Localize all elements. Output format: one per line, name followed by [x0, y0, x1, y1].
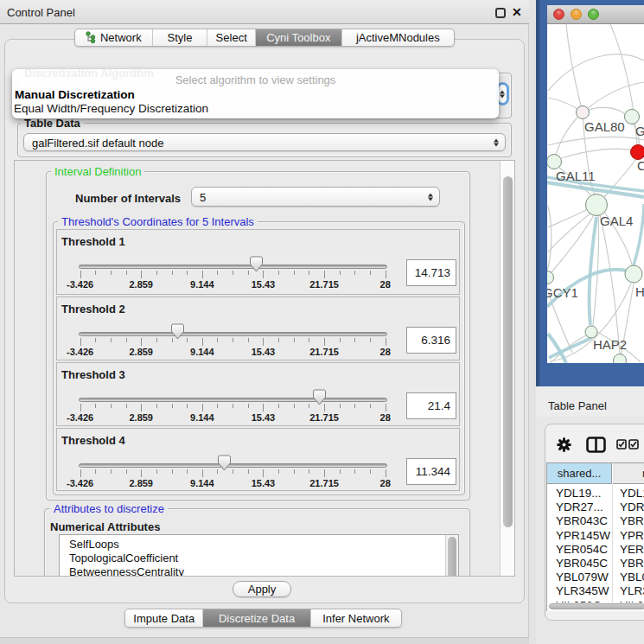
close-traffic-light[interactable] — [553, 9, 564, 20]
network-node[interactable] — [585, 326, 597, 338]
number-of-intervals-combo[interactable]: 5 — [191, 187, 440, 207]
threshold-label: Threshold 1 — [61, 235, 125, 248]
attributes-list-scrollbar[interactable] — [445, 535, 458, 577]
slider-minor-tick — [126, 271, 127, 275]
slider-minor-tick — [340, 271, 341, 275]
gear-icon[interactable] — [557, 437, 571, 452]
table-column-divider — [612, 484, 613, 611]
slider-major-tick — [141, 338, 142, 346]
checkbox-checked-icon[interactable] — [616, 439, 627, 450]
table-cell-name[interactable]: YBR0 — [620, 514, 644, 527]
slider-major-tick — [386, 404, 386, 411]
tab-network[interactable]: Network — [75, 29, 153, 46]
table-cell-name[interactable]: YER0 — [620, 543, 644, 556]
popup-item-equal-width-frequency[interactable]: Equal Width/Frequency Discretization — [14, 102, 208, 115]
combo-arrows-icon — [428, 193, 433, 201]
slider-minor-tick — [340, 338, 341, 342]
slider-tick-label: 15.43 — [252, 478, 276, 488]
numerical-attributes-list[interactable]: SelfLoopsTopologicalCoefficientBetweenne… — [59, 534, 459, 577]
table-horizontal-scrollbar[interactable] — [547, 603, 644, 611]
network-icon — [86, 31, 96, 44]
network-node[interactable] — [625, 265, 642, 283]
popup-item-manual-discretization[interactable]: Manual Discretization — [15, 88, 135, 101]
threshold-value-field[interactable]: 6.316 — [406, 327, 456, 354]
attribute-list-item[interactable]: SelfLoops — [69, 538, 119, 551]
bottom-tab-discretize-data[interactable]: Discretize Data — [203, 609, 310, 627]
slider-thumb[interactable] — [249, 256, 264, 273]
split-view-icon[interactable] — [586, 437, 606, 453]
table-cell-shared-name[interactable]: YDR27... — [556, 501, 603, 513]
tab-cyni-toolbox[interactable]: Cyni Toolbox — [256, 29, 342, 46]
thresholds-group-title: Threshold's Coordinates for 5 Intervals — [58, 215, 258, 228]
bottom-tab-bar: Impute DataDiscretize DataInfer Network — [124, 609, 402, 628]
attribute-list-item[interactable]: TopologicalCoefficient — [69, 552, 178, 564]
slider-minor-tick — [217, 338, 218, 342]
table-cell-shared-name[interactable]: YBR045C — [556, 557, 608, 570]
network-node[interactable] — [547, 271, 554, 284]
slider-track[interactable] — [79, 265, 387, 269]
slider-minor-tick — [111, 271, 112, 275]
tab-select[interactable]: Select — [207, 29, 256, 46]
network-edge — [561, 149, 632, 158]
network-node[interactable] — [631, 145, 644, 160]
network-node[interactable] — [614, 354, 627, 364]
network-node[interactable] — [577, 106, 590, 119]
table-cell-shared-name[interactable]: YLR345W — [556, 584, 609, 597]
network-node[interactable] — [547, 155, 562, 169]
slider-minor-tick — [340, 404, 341, 408]
table-cell-name[interactable]: YDL1 — [620, 487, 644, 500]
slider-minor-tick — [294, 469, 295, 474]
table-cell-shared-name[interactable]: YPR145W — [556, 529, 610, 542]
slider-major-tick — [263, 404, 264, 411]
slider-track[interactable] — [79, 332, 387, 336]
control-panel-tab-bar: NetworkStyleSelectCyni ToolboxjActiveMNo… — [74, 29, 455, 47]
network-node-label: GCY1 — [547, 285, 578, 300]
bottom-tab-impute-data[interactable]: Impute Data — [125, 609, 203, 627]
slider-track[interactable] — [79, 463, 387, 468]
table-cell-name[interactable]: YPR1 — [620, 529, 644, 542]
slider-thumb[interactable] — [312, 389, 327, 406]
column-header-shared-name[interactable]: shared... — [547, 463, 612, 484]
apply-button[interactable]: Apply — [233, 581, 291, 597]
slider-tick-label: 28 — [380, 347, 391, 357]
network-node[interactable] — [625, 110, 640, 124]
slider-track[interactable] — [79, 398, 387, 402]
slider-tick-label: 2.859 — [129, 347, 153, 357]
network-view-canvas[interactable]: GAL80GACGAL11GAL4GCY1HHAP2 — [547, 24, 644, 363]
bottom-tab-infer-network[interactable]: Infer Network — [311, 609, 401, 627]
minimize-traffic-light[interactable] — [571, 9, 582, 20]
table-data-combo[interactable]: galFiltered.sif default node — [23, 133, 506, 151]
network-node[interactable] — [586, 194, 608, 216]
network-edge — [556, 112, 583, 155]
tab-jactivemnodules[interactable]: jActiveMNodules — [342, 29, 454, 46]
slider-thumb[interactable] — [170, 323, 185, 341]
slider-minor-tick — [111, 469, 112, 474]
checkbox-checked-icon[interactable] — [628, 439, 639, 450]
threshold-value-field[interactable]: 21.4 — [406, 392, 456, 419]
column-header-name[interactable]: na — [613, 463, 644, 484]
slider-major-tick — [202, 404, 203, 411]
float-window-icon[interactable] — [495, 8, 506, 18]
slider-tick-label: 2.859 — [129, 412, 153, 423]
table-cell-shared-name[interactable]: YER054C — [556, 543, 608, 556]
network-edge — [547, 206, 552, 271]
table-cell-shared-name[interactable]: YBR043C — [556, 514, 608, 527]
attribute-list-item[interactable]: BetweennessCentrality — [69, 565, 184, 577]
table-cell-name[interactable]: YLR3 — [620, 584, 644, 597]
table-cell-shared-name[interactable]: YDL19... — [556, 487, 602, 500]
zoom-traffic-light[interactable] — [588, 9, 599, 20]
node-table: shared... na YDL19...YDL1YDR27...YDR2YBR… — [546, 462, 644, 611]
threshold-value-field[interactable]: 11.344 — [406, 458, 456, 485]
slider-thumb[interactable] — [217, 455, 232, 472]
close-icon[interactable]: ✕ — [512, 5, 523, 16]
slider-minor-tick — [354, 338, 355, 342]
table-cell-name[interactable]: YBL0 — [620, 571, 644, 583]
tab-style[interactable]: Style — [153, 29, 208, 46]
table-cell-name[interactable]: YDR2 — [620, 501, 644, 513]
threshold-value-field[interactable]: 14.713 — [406, 259, 456, 286]
table-cell-name[interactable]: YBR0 — [620, 557, 644, 570]
slider-minor-tick — [340, 469, 341, 474]
settings-scrollbar[interactable] — [500, 161, 514, 576]
slider-major-tick — [202, 469, 203, 477]
table-cell-shared-name[interactable]: YBL079W — [556, 571, 609, 583]
